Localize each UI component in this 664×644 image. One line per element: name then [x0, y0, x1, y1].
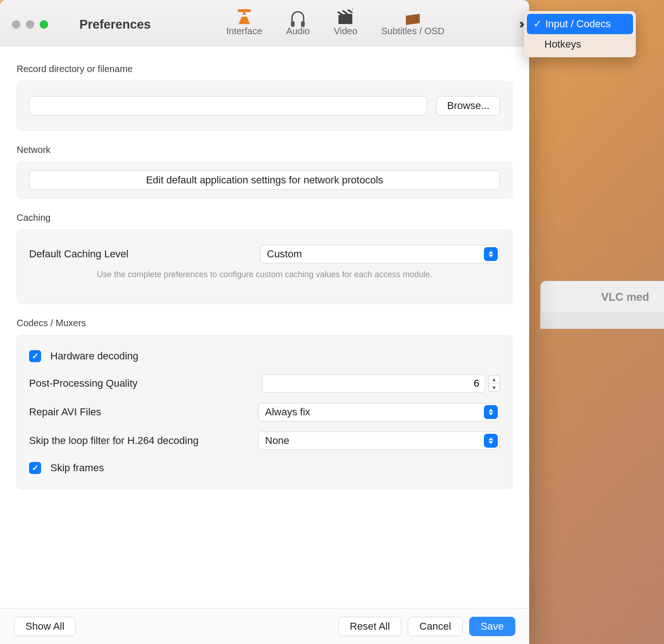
- caching-hint: Use the complete preferences to configur…: [29, 270, 500, 279]
- caching-level-value: Custom: [267, 248, 302, 260]
- close-button[interactable]: [12, 20, 20, 29]
- box-icon: [404, 6, 422, 24]
- skip-loop-select[interactable]: None: [258, 431, 500, 450]
- postprocessing-stepper[interactable]: ▲ ▼: [488, 375, 500, 392]
- record-path-input[interactable]: [29, 96, 427, 115]
- section-label-caching: Caching: [17, 213, 513, 223]
- caching-level-select[interactable]: Custom: [260, 245, 500, 263]
- footer: Show All Reset All Cancel Save: [0, 608, 529, 644]
- content-area: Record directory or filename Browse... N…: [0, 46, 529, 608]
- background-window-titlebar: VLC med: [540, 281, 664, 313]
- titlebar: Preferences Interface Audio Video Subtit…: [0, 0, 529, 46]
- toolbar-tabs: Interface Audio Video Subtitles / OSD: [223, 4, 448, 38]
- tab-label: Interface: [226, 26, 262, 36]
- network-group: Edit default application settings for ne…: [17, 162, 513, 199]
- edit-network-protocols-button[interactable]: Edit default application settings for ne…: [29, 170, 500, 190]
- zoom-button[interactable]: [40, 20, 48, 29]
- postprocessing-input[interactable]: [262, 374, 485, 393]
- skip-frames-checkbox[interactable]: ✓: [29, 462, 41, 474]
- skip-frames-label: Skip frames: [50, 462, 104, 474]
- minimize-button[interactable]: [26, 20, 34, 29]
- browse-button[interactable]: Browse...: [436, 96, 500, 115]
- caching-group: Default Caching Level Custom Use the com…: [17, 230, 513, 304]
- clapperboard-icon: [336, 6, 355, 24]
- updown-icon: [484, 405, 498, 419]
- headphones-icon: [289, 6, 307, 24]
- cancel-button[interactable]: Cancel: [408, 617, 462, 636]
- toolbar-overflow-button[interactable]: ››: [519, 16, 521, 31]
- skip-loop-label: Skip the loop filter for H.264 decoding: [29, 435, 249, 447]
- chevron-down-icon: ▼: [489, 384, 500, 392]
- updown-icon: [484, 434, 498, 448]
- cone-icon: [235, 6, 254, 24]
- section-label-codecs: Codecs / Muxers: [17, 318, 513, 328]
- toolbar-overflow-menu: ✓ Input / Codecs Hotkeys: [524, 11, 636, 57]
- overflow-item-input-codecs[interactable]: ✓ Input / Codecs: [527, 14, 633, 34]
- skip-loop-value: None: [265, 435, 290, 447]
- tab-label: Subtitles / OSD: [381, 26, 445, 36]
- traffic-lights: [12, 20, 48, 29]
- codecs-group: ✓ Hardware decoding Post-Processing Qual…: [17, 335, 513, 489]
- repair-avi-select[interactable]: Always fix: [258, 403, 500, 421]
- tab-subtitles-osd[interactable]: Subtitles / OSD: [378, 4, 448, 38]
- section-label-record: Record directory or filename: [17, 64, 513, 74]
- repair-avi-value: Always fix: [265, 406, 310, 418]
- save-button[interactable]: Save: [469, 617, 515, 636]
- overflow-item-label: Hotkeys: [544, 38, 581, 50]
- checkmark-icon: ✓: [533, 18, 542, 30]
- reset-all-button[interactable]: Reset All: [338, 617, 402, 636]
- chevron-up-icon: ▲: [489, 376, 500, 384]
- preferences-window: Preferences Interface Audio Video Subtit…: [0, 0, 529, 644]
- show-all-button[interactable]: Show All: [14, 617, 76, 636]
- tab-video[interactable]: Video: [330, 4, 361, 38]
- hardware-decoding-label: Hardware decoding: [50, 350, 139, 362]
- section-label-network: Network: [17, 145, 513, 155]
- record-group: Browse...: [17, 81, 513, 131]
- updown-icon: [484, 247, 498, 261]
- background-window-title: VLC med: [601, 291, 649, 304]
- background-window-toolbar: [540, 312, 664, 329]
- repair-avi-label: Repair AVI Files: [29, 406, 249, 418]
- caching-level-label: Default Caching Level: [29, 248, 251, 260]
- hardware-decoding-checkbox[interactable]: ✓: [29, 350, 41, 362]
- tab-interface[interactable]: Interface: [223, 4, 266, 38]
- overflow-item-hotkeys[interactable]: Hotkeys: [527, 34, 633, 55]
- postprocessing-label: Post-Processing Quality: [29, 377, 251, 389]
- tab-label: Audio: [286, 26, 310, 36]
- tab-audio[interactable]: Audio: [283, 4, 314, 38]
- window-title: Preferences: [79, 18, 151, 32]
- overflow-item-label: Input / Codecs: [545, 18, 611, 30]
- tab-label: Video: [334, 26, 357, 36]
